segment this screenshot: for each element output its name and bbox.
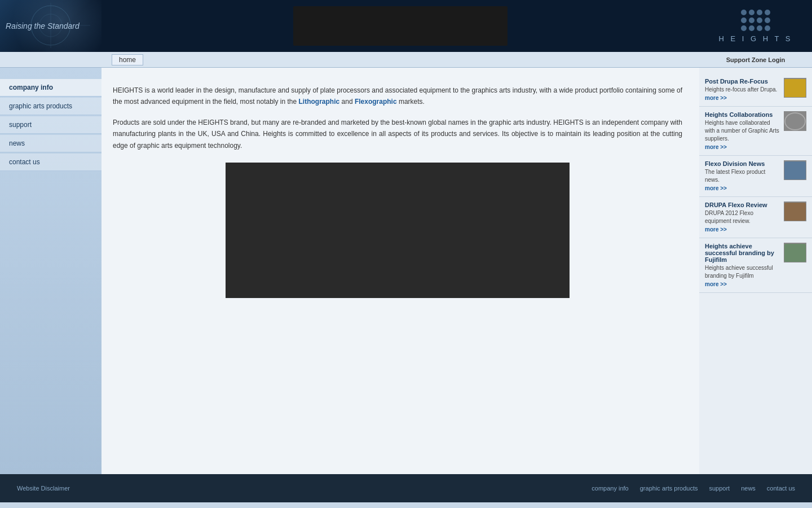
news-item-1: Post Drupa Re-Focus Heights re-focus aft… [699,73,812,107]
header: Raising the Standard H E I G H T S [0,0,812,52]
news-item-3-desc: The latest Flexo product news. [705,168,780,184]
footer-nav-news[interactable]: news [741,485,756,492]
content-paragraph-1: HEIGHTS is a world leader in the design,… [113,85,682,108]
header-banner-area [102,0,699,52]
news-item-2: Heights Collaborations Heights have coll… [699,107,812,156]
flexographic-link[interactable]: Flexographic [355,98,397,106]
news-item-5-image [784,243,806,262]
news-item-5-text: Heights achieve successful branding by F… [705,243,780,288]
news-sidebar: Post Drupa Re-Focus Heights re-focus aft… [699,68,812,474]
header-brand: H E I G H T S [699,0,812,52]
news-item-1-title: Post Drupa Re-Focus [705,78,780,85]
sidebar: company info graphic arts products suppo… [0,68,102,474]
footer-disclaimer[interactable]: Website Disclaimer [17,485,70,492]
news-item-1-desc: Heights re-focus after Drupa. [705,86,780,94]
news-item-5-more[interactable]: more >> [705,281,727,287]
main-layout: company info graphic arts products suppo… [0,68,812,474]
news-item-3-text: Flexo Division News The latest Flexo pro… [705,160,780,192]
news-item-5-desc: Heights achieve successful branding by F… [705,264,780,280]
navbar-center: home [102,54,699,65]
news-item-1-more[interactable]: more >> [705,95,727,101]
news-item-4-text: DRUPA Flexo Review DRUPA 2012 Flexo equi… [705,202,780,233]
news-item-4-title: DRUPA Flexo Review [705,202,780,208]
content-paragraph-2: Products are sold under the HEIGHTS bran… [113,117,682,151]
heights-dots-logo [741,10,770,31]
navbar-right: Support Zone Login [699,56,812,63]
news-item-3: Flexo Division News The latest Flexo pro… [699,156,812,197]
news-item-1-text: Post Drupa Re-Focus Heights re-focus aft… [705,78,780,102]
news-item-1-image [784,78,806,98]
support-zone-login-link[interactable]: Support Zone Login [726,56,785,63]
news-item-2-title: Heights Collaborations [705,111,780,118]
footer-nav-support[interactable]: support [709,485,730,492]
lithographic-link[interactable]: Lithographic [299,98,340,106]
header-banner-image [293,6,508,46]
news-item-5-title: Heights achieve successful branding by F… [705,243,780,263]
news-item-2-more[interactable]: more >> [705,144,727,150]
news-item-4-more[interactable]: more >> [705,226,727,233]
footer: Website Disclaimer company info graphic … [0,474,812,502]
footer-nav-contact[interactable]: contact us [767,485,795,492]
news-item-2-image [784,111,806,131]
news-item-4-image [784,202,806,221]
navbar: home Support Zone Login [0,52,812,68]
video-embed[interactable] [226,163,570,298]
news-item-4: DRUPA Flexo Review DRUPA 2012 Flexo equi… [699,197,812,238]
sidebar-item-news[interactable]: news [0,135,102,152]
footer-nav-graphic-arts[interactable]: graphic arts products [640,485,698,492]
heights-brand-text: H E I G H T S [719,34,793,43]
main-content: HEIGHTS is a world leader in the design,… [102,68,699,474]
nav-home-button[interactable]: home [112,54,143,65]
news-item-2-desc: Heights have collaborated with a number … [705,119,780,143]
news-item-3-image [784,160,806,180]
news-item-3-title: Flexo Division News [705,160,780,167]
news-item-3-more[interactable]: more >> [705,185,727,191]
sidebar-item-company-info[interactable]: company info [0,79,102,97]
news-item-5: Heights achieve successful branding by F… [699,238,812,293]
sidebar-item-graphic-arts[interactable]: graphic arts products [0,98,102,115]
header-logo: Raising the Standard [0,0,102,52]
footer-nav-company-info[interactable]: company info [592,485,628,492]
sidebar-item-contact[interactable]: contact us [0,154,102,171]
news-item-4-desc: DRUPA 2012 Flexo equipment review. [705,209,780,225]
footer-nav: company info graphic arts products suppo… [592,485,795,492]
logo-tagline: Raising the Standard [6,21,96,30]
news-item-2-text: Heights Collaborations Heights have coll… [705,111,780,151]
sidebar-item-support[interactable]: support [0,116,102,134]
